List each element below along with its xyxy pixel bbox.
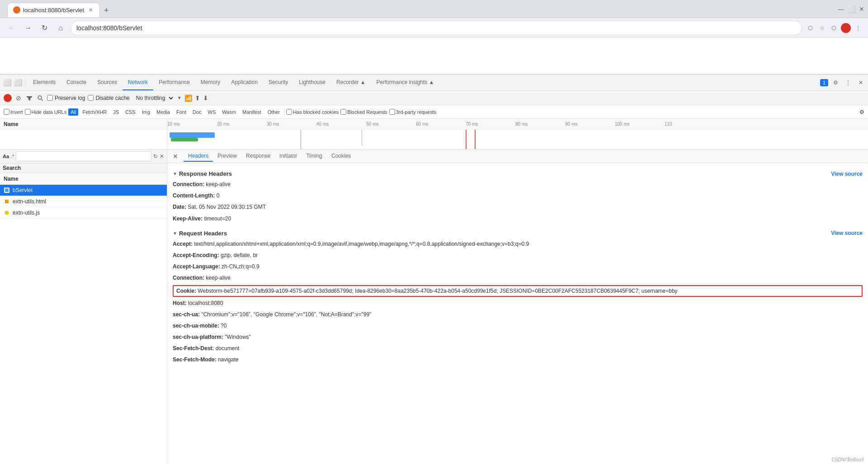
has-blocked-cookies-label[interactable]: Has blocked cookies <box>286 109 339 115</box>
filter-manifest-btn[interactable]: Manifest <box>240 108 264 116</box>
third-party-label[interactable]: 3rd-party requests <box>389 109 436 115</box>
window-maximize-btn[interactable]: ⬜ <box>848 5 855 13</box>
blocked-requests-label[interactable]: Blocked Requests <box>340 109 387 115</box>
export-har-btn[interactable]: ⬇ <box>203 94 208 102</box>
details-tab-preview[interactable]: Preview <box>213 151 241 162</box>
network-conditions-icon[interactable]: 📶 <box>184 94 192 102</box>
forward-btn[interactable]: → <box>22 22 34 34</box>
throttle-select[interactable]: No throttling <box>132 94 175 103</box>
timeline-body <box>0 130 868 150</box>
details-tab-timing[interactable]: Timing <box>302 151 327 162</box>
tab-application[interactable]: Application <box>226 75 263 90</box>
back-btn[interactable]: ← <box>5 22 18 34</box>
timeline-area: Name 10 ms 20 ms 30 ms 40 ms 50 ms 60 ms… <box>0 119 868 150</box>
search-input[interactable] <box>16 151 151 161</box>
details-close-btn[interactable]: ✕ <box>171 152 180 161</box>
tab-lighthouse[interactable]: Lighthouse <box>293 75 331 90</box>
throttle-chevron-icon: ▼ <box>177 95 182 100</box>
request-header-host: Host: localhost:8080 <box>173 298 863 309</box>
timeline-ruler: 10 ms 20 ms 30 ms 40 ms 50 ms 60 ms 70 m… <box>167 119 868 129</box>
device-toolbar-btn[interactable]: ⬜ <box>13 77 24 88</box>
inspect-element-btn[interactable]: ⬜ <box>2 77 13 88</box>
file-item-extn-js[interactable]: extn-utils.js <box>0 207 167 219</box>
filter-settings-btn[interactable]: ⚙ <box>859 109 864 115</box>
has-blocked-cookies-checkbox[interactable] <box>286 109 292 115</box>
filter-toggle-btn[interactable] <box>25 94 33 102</box>
profile-icon[interactable] <box>841 23 851 33</box>
time-marker-30: 30 ms <box>267 122 279 127</box>
window-close-btn[interactable]: ✕ <box>859 5 864 13</box>
disable-cache-checkbox[interactable] <box>88 95 94 101</box>
tab-title: localhost:8080/bServlet <box>23 7 84 14</box>
devtools-badge[interactable]: 1 <box>820 79 828 86</box>
tab-close-btn[interactable]: ✕ <box>87 6 94 14</box>
filter-font-btn[interactable]: Font <box>174 108 189 116</box>
details-tabs-bar: ✕ Headers Preview Response Initiator Tim… <box>167 150 868 163</box>
home-btn[interactable]: ⌂ <box>54 22 67 34</box>
tab-performance-insights[interactable]: Performance insights ▲ <box>371 75 440 90</box>
file-item-extn-html[interactable]: extn-utils.html <box>0 196 167 207</box>
record-btn[interactable] <box>4 94 12 102</box>
devtools-tabs-bar: ⬜ ⬜ Elements Console Sources Network Per… <box>0 75 868 91</box>
tab-memory[interactable]: Memory <box>195 75 226 90</box>
bookmark-icon[interactable]: ☆ <box>817 23 826 33</box>
filter-img-btn[interactable]: Img <box>140 108 152 116</box>
menu-icon[interactable]: ⋮ <box>854 23 863 33</box>
response-header-row-1: Content-Length: 0 <box>173 190 863 202</box>
third-party-checkbox[interactable] <box>389 109 395 115</box>
file-item-bservlet[interactable]: bServlet <box>0 185 167 196</box>
clear-log-btn[interactable]: ⊘ <box>14 94 23 102</box>
preserve-log-label[interactable]: Preserve log <box>47 95 85 101</box>
tab-sources[interactable]: Sources <box>92 75 123 90</box>
response-headers-triangle[interactable]: ▼ <box>173 171 177 176</box>
devtools-more-btn[interactable]: ⋮ <box>843 77 854 88</box>
tab-elements[interactable]: Elements <box>28 75 61 90</box>
network-toolbar: ⊘ Preserve log Disable cache No throttli… <box>0 91 868 105</box>
tab-recorder[interactable]: Recorder ▲ <box>331 75 371 90</box>
invert-label[interactable]: Invert <box>4 109 23 115</box>
reload-btn[interactable]: ↻ <box>38 22 51 34</box>
import-har-btn[interactable]: ⬆ <box>195 94 200 102</box>
disable-cache-label[interactable]: Disable cache <box>88 95 129 101</box>
hide-data-urls-label[interactable]: Hide data URLs <box>25 109 67 115</box>
new-tab-btn[interactable]: + <box>100 5 113 17</box>
filter-ws-btn[interactable]: WS <box>206 108 218 116</box>
request-headers-triangle[interactable]: ▼ <box>173 231 177 236</box>
tab-performance[interactable]: Performance <box>153 75 195 90</box>
filter-bar: Invert Hide data URLs All Fetch/XHR JS C… <box>0 105 868 119</box>
filter-js-btn[interactable]: JS <box>111 108 121 116</box>
tab-security[interactable]: Security <box>263 75 293 90</box>
devtools-close-btn[interactable]: ✕ <box>855 77 866 88</box>
filter-css-btn[interactable]: CSS <box>123 108 138 116</box>
window-minimize-btn[interactable]: — <box>838 5 844 13</box>
filter-doc-btn[interactable]: Doc <box>190 108 204 116</box>
filter-all-btn[interactable]: All <box>68 108 78 116</box>
url-bar[interactable]: localhost:8080/bServlet <box>71 21 802 35</box>
filter-wasm-btn[interactable]: Wasm <box>220 108 238 116</box>
tab-network[interactable]: Network <box>123 75 153 90</box>
request-header-sec-fetch-mode: Sec-Fetch-Mode: navigate <box>173 354 863 366</box>
details-tab-initiator[interactable]: Initiator <box>275 151 302 162</box>
tab-console[interactable]: Console <box>61 75 92 90</box>
details-tab-headers[interactable]: Headers <box>184 151 213 162</box>
search-clear-icon[interactable]: ✕ <box>160 153 164 159</box>
invert-checkbox[interactable] <box>4 109 9 115</box>
search-toggle-btn[interactable] <box>36 94 44 102</box>
blocked-requests-checkbox[interactable] <box>340 109 346 115</box>
active-tab[interactable]: localhost:8080/bServlet ✕ <box>7 3 100 17</box>
filter-other-btn[interactable]: Other <box>265 108 283 116</box>
devtools-settings-btn[interactable]: ⚙ <box>830 77 841 88</box>
request-view-source-link[interactable]: View source <box>831 230 863 236</box>
filter-media-btn[interactable]: Media <box>154 108 172 116</box>
response-view-source-link[interactable]: View source <box>831 171 863 177</box>
hide-data-urls-checkbox[interactable] <box>25 109 31 115</box>
filter-fetchxhr-btn[interactable]: Fetch/XHR <box>80 108 109 116</box>
search-area: Aa .* ↻ ✕ Search <box>0 150 167 173</box>
details-tab-cookies[interactable]: Cookies <box>327 151 355 162</box>
cast-icon[interactable]: ⬡ <box>806 23 815 33</box>
preserve-log-checkbox[interactable] <box>47 95 53 101</box>
extension-icon[interactable]: ⬡ <box>829 23 838 33</box>
time-marker-80: 80 ms <box>515 122 528 127</box>
search-refresh-icon[interactable]: ↻ <box>153 153 158 159</box>
details-tab-response[interactable]: Response <box>241 151 275 162</box>
